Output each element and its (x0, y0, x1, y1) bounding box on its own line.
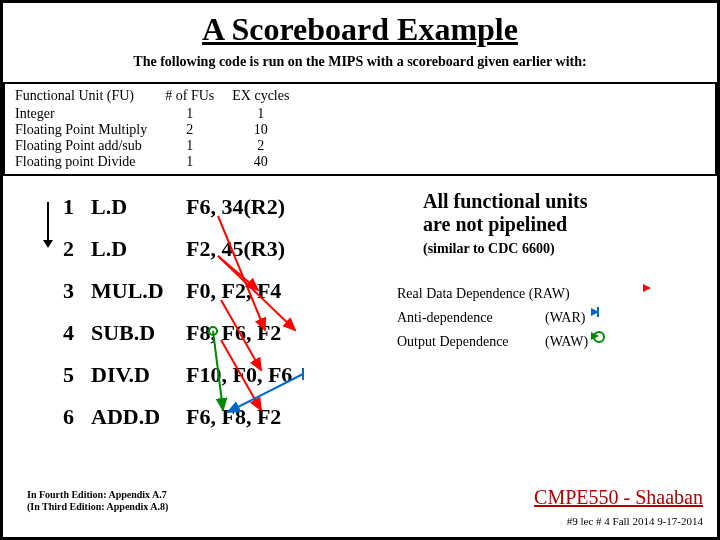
cycles-header: EX cycles (232, 88, 307, 106)
footer-course: CMPE550 - Shaaban (534, 486, 703, 509)
page-subtitle: The following code is run on the MIPS wi… (3, 54, 717, 70)
code-block: 1L.DF6, 34(R2) 2L.DF2, 45(R3) 3MUL.DF0, … (63, 186, 306, 438)
table-row: Floating Point Multiply210 (15, 122, 307, 138)
table-row: Floating point Divide140 (15, 154, 307, 170)
code-row: 6ADD.DF6, F8, F2 (63, 396, 306, 438)
legend-war: Anti-dependence (WAR) (397, 310, 691, 326)
pipeline-note: All functional units are not pipelined (423, 190, 587, 236)
table-row: Floating Point add/sub12 (15, 138, 307, 154)
code-row: 5DIV.DF10, F0, F6 (63, 354, 306, 396)
fu-header: Functional Unit (FU) (15, 88, 165, 106)
legend-raw: Real Data Dependence (RAW) (397, 286, 691, 302)
code-row: 4SUB.DF8, F6, F2 (63, 312, 306, 354)
table-row: Integer11 (15, 106, 307, 122)
footer-lecture-info: #9 lec # 4 Fall 2014 9-17-2014 (567, 515, 703, 527)
table-header-row: Functional Unit (FU) # of FUs EX cycles (15, 88, 307, 106)
arrow-down-icon (47, 202, 49, 246)
code-row: 1L.DF6, 34(R2) (63, 186, 306, 228)
code-row: 2L.DF2, 45(R3) (63, 228, 306, 270)
fu-table: Functional Unit (FU) # of FUs EX cycles … (3, 82, 717, 176)
page-title: A Scoreboard Example (3, 11, 717, 48)
legend: Real Data Dependence (RAW) Anti-dependen… (397, 286, 691, 358)
code-row: 3MUL.DF0, F2, F4 (63, 270, 306, 312)
legend-waw: Output Dependence (WAW) (397, 334, 691, 350)
lower-section: 1L.DF6, 34(R2) 2L.DF2, 45(R3) 3MUL.DF0, … (3, 186, 717, 506)
footer-edition-note: In Fourth Edition: Appendix A.7 (In Thir… (27, 489, 168, 513)
cdc-note: (similar to CDC 6600) (423, 241, 555, 257)
count-header: # of FUs (165, 88, 232, 106)
